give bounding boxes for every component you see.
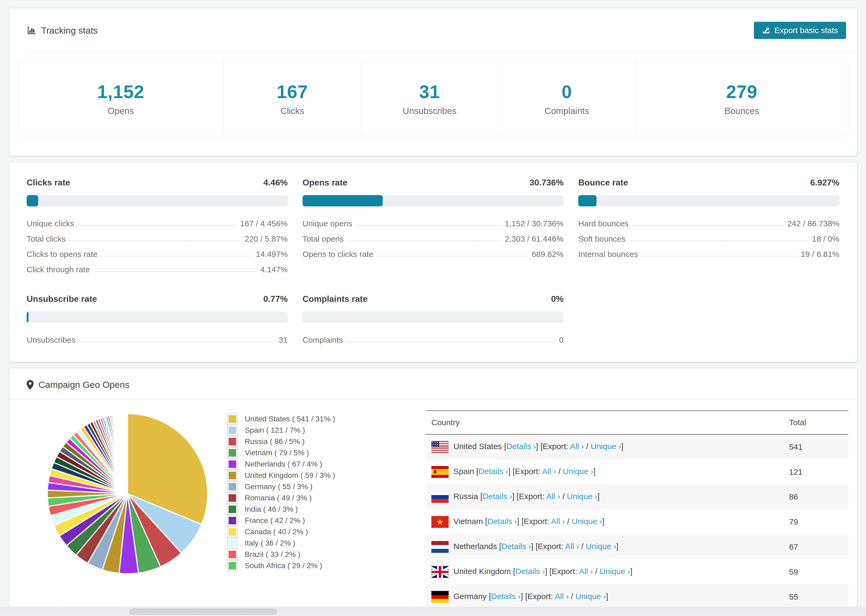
geo-table-wrap: Country Total United States [Details ›] …: [426, 410, 848, 607]
export-unique-link[interactable]: Unique ›: [567, 492, 597, 500]
horizontal-scrollbar-thumb[interactable]: [129, 608, 277, 615]
export-all-link[interactable]: All ›: [579, 567, 593, 575]
legend-color-swatch: [227, 459, 238, 470]
export-unique-link[interactable]: Unique ›: [586, 542, 616, 550]
rate-detail-label: Hard bounces: [578, 219, 628, 228]
details-link[interactable]: Details ›: [491, 592, 521, 600]
details-link[interactable]: Details ›: [482, 492, 512, 500]
legend-label: South Africa ( 29 / 2% ): [245, 561, 322, 570]
legend-item: South Africa ( 29 / 2% ): [227, 560, 415, 571]
table-row: Germany [Details ›] [Export: All › / Uni…: [426, 584, 848, 607]
rate-panel: Bounce rate 6.927% Hard bounces 242 / 86…: [578, 178, 839, 274]
summary-stat-cell: 31 Unsubscribes: [361, 61, 498, 136]
rate-panel-title: Opens rate: [302, 178, 348, 188]
legend-item: Russia ( 86 / 5% ): [227, 436, 415, 447]
export-basic-stats-button[interactable]: Export basic stats: [754, 22, 846, 39]
country-flag-icon: [431, 566, 449, 578]
export-unique-link[interactable]: Unique ›: [576, 592, 606, 600]
export-all-link[interactable]: All ›: [542, 467, 556, 475]
rate-detail-value: 0: [559, 335, 564, 344]
summary-stat-label: Bounces: [724, 106, 759, 116]
details-link[interactable]: Details ›: [501, 542, 531, 550]
country-total: 59: [784, 559, 848, 584]
country-flag-icon: [431, 491, 449, 503]
legend-label: Germany ( 55 / 3% ): [245, 482, 313, 491]
table-row: Vietnam [Details ›] [Export: All › / Uni…: [426, 509, 848, 534]
pie-slice[interactable]: [127, 413, 128, 494]
country-flag-icon: [431, 466, 449, 478]
export-unique-link[interactable]: Unique ›: [600, 567, 630, 575]
rate-detail-row: Total opens 2,303 / 61.446%: [302, 228, 564, 244]
export-unique-link[interactable]: Unique ›: [563, 467, 593, 475]
country-flag-icon: [431, 441, 449, 453]
country-name: Netherlands: [453, 542, 499, 550]
summary-stat-label: Unsubscribes: [403, 106, 457, 116]
rate-detail-label: Total opens: [302, 234, 344, 244]
summary-stat-label: Complaints: [545, 106, 589, 116]
geo-pie-chart: [44, 410, 211, 577]
legend-color-swatch: [227, 504, 238, 515]
progress-bar-track: [302, 195, 564, 206]
dotted-leader: [101, 256, 252, 256]
header-divider: [27, 51, 857, 52]
export-all-link[interactable]: All ›: [551, 517, 565, 525]
rate-detail-label: Complaints: [302, 335, 343, 344]
rate-detail-value: 19 / 6.81%: [801, 250, 839, 259]
dotted-leader: [376, 256, 529, 256]
country-total: 79: [784, 509, 848, 534]
table-row: United Kingdom [Details ›] [Export: All …: [426, 559, 848, 584]
campaign-geo-opens-card: Campaign Geo Opens United States ( 541 /…: [9, 368, 857, 607]
export-all-link[interactable]: All ›: [546, 492, 560, 500]
export-all-link[interactable]: All ›: [570, 442, 584, 451]
country-name: United Kingdom: [453, 567, 513, 575]
rate-detail-label: Unsubscribes: [27, 335, 76, 344]
rate-panel-head: Bounce rate 6.927%: [578, 178, 839, 188]
progress-bar-track: [27, 195, 288, 206]
rate-detail-row: Unsubscribes 31: [27, 329, 288, 344]
map-pin-icon: [27, 380, 34, 390]
progress-bar-track: [578, 195, 839, 206]
details-link[interactable]: Details ›: [506, 442, 536, 451]
rate-panel-value: 0%: [551, 294, 564, 304]
rate-detail-value: 4.147%: [260, 265, 288, 274]
export-unique-link[interactable]: Unique ›: [572, 517, 602, 525]
legend-label: Vietnam ( 79 / 5% ): [245, 449, 309, 457]
rate-panel-title: Bounce rate: [578, 178, 628, 188]
legend-color-swatch: [227, 526, 238, 537]
rate-detail-label: Clicks to opens rate: [27, 250, 98, 259]
export-all-link[interactable]: All ›: [565, 542, 579, 550]
summary-stat-value: 167: [277, 81, 308, 102]
rate-detail-label: Internal bounces: [578, 250, 638, 259]
rate-detail-value: 1,152 / 30.736%: [505, 219, 564, 228]
geo-pie-wrap: [44, 410, 211, 607]
export-all-link[interactable]: All ›: [555, 592, 569, 600]
rate-rows: Complaints 0: [302, 329, 564, 344]
summary-stat-label: Opens: [107, 106, 134, 116]
summary-stat-cell: 279 Bounces: [636, 61, 848, 136]
legend-color-swatch: [227, 538, 238, 548]
table-row: United States [Details ›] [Export: All ›…: [426, 434, 848, 459]
details-link[interactable]: Details ›: [487, 517, 517, 525]
country-name: United States: [453, 442, 504, 451]
rate-detail-row: Complaints 0: [302, 329, 564, 344]
legend-item: United Kingdom ( 59 / 3% ): [227, 470, 415, 481]
legend-item: Vietnam ( 79 / 5% ): [227, 447, 415, 459]
details-link[interactable]: Details ›: [479, 467, 508, 475]
legend-label: Canada ( 40 / 2% ): [245, 528, 308, 536]
legend-item: United States ( 541 / 31% ): [227, 413, 415, 425]
total-column-header: Total: [784, 411, 848, 434]
legend-item: Spain ( 121 / 7% ): [227, 425, 415, 436]
export-unique-link[interactable]: Unique ›: [590, 442, 621, 451]
legend-color-swatch: [227, 560, 238, 571]
summary-stat-value: 279: [726, 81, 757, 102]
rate-panel: Unsubscribe rate 0.77% Unsubscribes 31: [27, 294, 288, 344]
rate-detail-row: Soft bounces 18 / 0%: [578, 228, 839, 244]
geo-title: Campaign Geo Opens: [38, 379, 129, 390]
legend-color-swatch: [227, 515, 238, 526]
rate-panel: Clicks rate 4.46% Unique clicks 167 / 4.…: [27, 178, 288, 274]
rate-panel-head: Complaints rate 0%: [302, 294, 564, 304]
legend-label: Romania ( 49 / 3% ): [245, 494, 312, 502]
details-link[interactable]: Details ›: [515, 567, 545, 575]
legend-label: France ( 42 / 2% ): [245, 516, 305, 525]
legend-label: Brazil ( 33 / 2% ): [245, 550, 301, 559]
